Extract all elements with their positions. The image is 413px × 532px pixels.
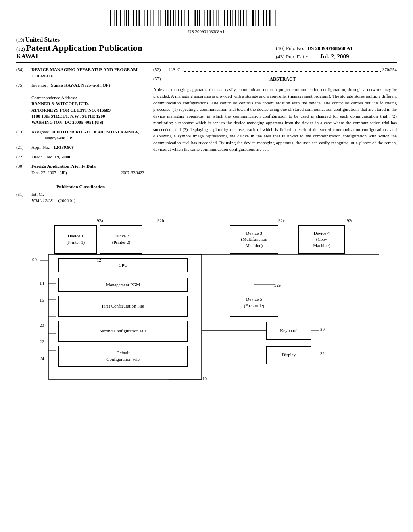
pub-date-value: Jul. 2, 2009	[320, 53, 349, 60]
int-cl-year: (2006.01)	[58, 198, 75, 203]
device1-label: Device 1(Printer 1)	[67, 233, 85, 245]
int-cl-class: H04L 12/28	[31, 198, 53, 203]
device3-label: Device 3(MultifunctionMachine)	[241, 230, 267, 249]
svg-rect-59	[275, 10, 276, 26]
display-label: Display	[282, 352, 296, 358]
inventor-content: Inventor: Sunao KAWAI, Nagoya-shi (JP) C…	[31, 82, 145, 126]
appl-field: (21) Appl. No.: 12/339,868	[16, 144, 145, 150]
assignee-content: Assignee: BROTHER KOGYO KABUSHIKI KAISHA…	[31, 129, 145, 141]
pub-no-value: US 2009/0168668 A1	[307, 45, 353, 51]
svg-rect-40	[221, 10, 222, 26]
title-num: (54)	[16, 66, 31, 79]
title-content: DEVICE MANAGING APPARATUS AND PROGRAM TH…	[31, 66, 145, 79]
priority-app: 2007-336423	[121, 170, 144, 175]
label-92a: 92a	[97, 218, 103, 223]
svg-rect-49	[247, 10, 248, 26]
pub-date-label: (43) Pub. Date:	[276, 54, 308, 60]
inventor-label: Inventor:	[31, 83, 48, 87]
filed-num: (22)	[16, 154, 31, 160]
divider1	[16, 180, 145, 180]
svg-rect-41	[224, 10, 225, 26]
svg-rect-15	[153, 10, 154, 26]
us-cl-label: U.S. Cl.	[169, 66, 183, 73]
label-92e: 92e	[274, 283, 281, 287]
body-content: (54) DEVICE MANAGING APPARATUS AND PROGR…	[16, 66, 397, 207]
device2-label: Device 2(Printer 2)	[112, 233, 131, 245]
svg-rect-48	[243, 10, 244, 26]
mgmt-label: Management PGM	[106, 282, 140, 288]
label-92c: 92c	[278, 218, 285, 223]
cpu-label: CPU	[119, 262, 127, 268]
svg-rect-16	[156, 10, 157, 26]
int-cl-field: (51) Int. Cl. H04L 12/28 (2006.01)	[16, 191, 145, 204]
device4-label: Device 4(CopyMachine)	[313, 230, 330, 249]
svg-rect-4	[124, 10, 125, 26]
abstract-num: (57)	[153, 76, 169, 85]
corr-line1: BANNER & WITCOFF, LTD.	[31, 101, 89, 106]
svg-rect-1	[114, 10, 115, 26]
svg-rect-5	[126, 10, 127, 26]
config1-label: First Configuration File	[102, 303, 144, 309]
label-90: 90	[32, 257, 37, 262]
diagram-container: Device 1(Printer 1) Device 2(Printer 2) …	[16, 218, 397, 391]
svg-rect-3	[120, 10, 121, 26]
assignee-name: BROTHER KOGYO KABUSHIKI KAISHA,	[52, 129, 139, 134]
label-14: 14	[40, 281, 44, 285]
correspondence-label: Correspondence Address:	[31, 95, 77, 100]
svg-rect-37	[213, 10, 214, 26]
country-name: United States	[25, 36, 60, 43]
svg-rect-44	[233, 10, 234, 26]
pub-date-line: (43) Pub. Date: Jul. 2, 2009	[276, 53, 397, 60]
svg-rect-38	[217, 10, 217, 26]
appl-value: 12/339,868	[54, 145, 74, 150]
abstract-text: A device managing apparatus that can eas…	[153, 86, 397, 153]
barcode-image	[106, 8, 307, 28]
corr-line2: ATTORNEYS FOR CLIENT NO. 016689	[31, 108, 111, 112]
svg-rect-17	[159, 10, 159, 26]
int-cl-label: Int. Cl.	[31, 192, 44, 197]
svg-rect-47	[240, 10, 241, 26]
svg-rect-2	[116, 10, 117, 26]
priority-dots	[69, 173, 118, 173]
title-field: (54) DEVICE MANAGING APPARATUS AND PROGR…	[16, 66, 145, 79]
svg-rect-58	[273, 10, 273, 26]
display-box: Display	[266, 346, 311, 364]
left-column: (54) DEVICE MANAGING APPARATUS AND PROGR…	[16, 66, 145, 207]
us-cl-content: U.S. Cl. 370/254	[169, 66, 397, 73]
svg-rect-0	[110, 10, 111, 26]
pub-no-line: (10) Pub. No.: US 2009/0168668 A1	[276, 45, 397, 52]
header-right: (10) Pub. No.: US 2009/0168668 A1 (43) P…	[268, 45, 397, 60]
number-label: (19)	[16, 37, 24, 43]
inventor-num: (75)	[16, 82, 31, 126]
mgmt-box: Management PGM	[58, 278, 188, 292]
config3-box: DefaultConfiguration File	[58, 346, 188, 367]
svg-rect-56	[266, 10, 267, 26]
label-12: 12	[97, 258, 101, 262]
svg-rect-50	[250, 10, 250, 26]
label-30: 30	[320, 327, 325, 332]
svg-rect-30	[195, 10, 196, 26]
priority-country: (JP)	[60, 170, 67, 175]
svg-rect-9	[136, 10, 137, 26]
label-22: 22	[40, 339, 44, 344]
type-label: (12)	[16, 46, 25, 52]
assignee-label: Assignee:	[31, 129, 49, 134]
us-cl-value: 370/254	[382, 66, 397, 73]
us-cl-num: (52)	[153, 66, 169, 73]
svg-rect-57	[269, 10, 271, 26]
filed-field: (22) Filed: Dec. 19, 2008	[16, 154, 145, 160]
label-16: 16	[40, 298, 44, 303]
svg-rect-54	[261, 10, 261, 26]
header-left: (19) United States (12) Patent Applicati…	[16, 36, 268, 60]
appl-content: Appl. No.: 12/339,868	[31, 144, 145, 150]
svg-rect-14	[150, 10, 151, 26]
patent-type: Patent Application Publication	[26, 43, 142, 53]
patent-type-row: (12) Patent Application Publication	[16, 43, 268, 53]
assignee-location: Nagoya-shi (JP)	[45, 135, 73, 140]
svg-rect-23	[173, 10, 174, 26]
right-column: (52) U.S. Cl. 370/254 (57) ABSTRACT A de…	[153, 66, 397, 207]
label-20: 20	[40, 323, 44, 328]
pub-no-label: (10) Pub. No.:	[276, 45, 306, 51]
svg-rect-7	[131, 10, 131, 26]
label-10: 10	[202, 376, 207, 381]
